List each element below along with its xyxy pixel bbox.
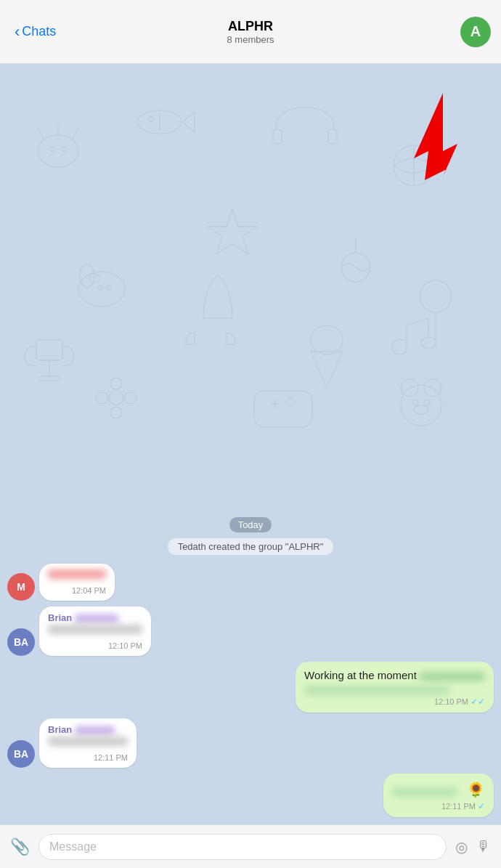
- sticker-icon[interactable]: ◎: [452, 835, 471, 859]
- bubble-text: Working at the moment: [304, 668, 485, 683]
- table-row: BA Brian 12:10 PM: [7, 607, 494, 656]
- chat-header: ‹ Chats ALPHR 8 members A: [0, 0, 501, 64]
- svg-point-40: [401, 379, 418, 397]
- bubble-text: [48, 737, 128, 752]
- mic-icon[interactable]: 🎙: [473, 835, 494, 858]
- svg-rect-11: [273, 129, 282, 144]
- red-arrow-annotation: [341, 86, 457, 183]
- system-message: Tedath created the group "ALPHR": [168, 538, 334, 555]
- back-label: Chats: [22, 24, 56, 39]
- chat-subtitle: 8 members: [227, 34, 274, 45]
- bubble-text: 🌻: [392, 779, 485, 800]
- message-input[interactable]: Message: [38, 834, 447, 860]
- avatar: BA: [7, 740, 35, 768]
- message-time: 12:10 PM: [434, 697, 468, 706]
- svg-point-5: [62, 147, 66, 152]
- message-bubble: Brian 12:10 PM: [39, 607, 151, 656]
- svg-point-31: [110, 378, 122, 389]
- svg-rect-35: [254, 391, 312, 427]
- avatar-letter: A: [471, 23, 481, 40]
- table-row: BA Brian 12:11 PM: [7, 718, 494, 768]
- svg-point-13: [78, 272, 125, 307]
- bubble-meta: 12:11 PM ✓: [392, 801, 485, 811]
- svg-point-43: [424, 399, 430, 405]
- svg-line-27: [407, 318, 428, 325]
- emoji: 🌻: [467, 782, 485, 798]
- message-bubble: 🌻 12:11 PM ✓: [383, 774, 494, 817]
- svg-point-30: [109, 391, 123, 405]
- avatar: M: [7, 573, 35, 601]
- svg-point-17: [107, 285, 111, 290]
- bubble-meta: 12:10 PM: [48, 641, 142, 650]
- message-bubble: Brian 12:11 PM: [39, 718, 137, 768]
- svg-point-15: [89, 274, 100, 283]
- svg-point-32: [125, 392, 137, 404]
- svg-point-44: [414, 405, 428, 414]
- message-time: 12:11 PM: [94, 753, 128, 762]
- sender-name: Brian: [48, 724, 128, 735]
- bubble-meta: 12:04 PM: [48, 586, 106, 595]
- svg-rect-12: [328, 129, 337, 144]
- group-avatar[interactable]: A: [460, 17, 491, 47]
- back-button[interactable]: ‹ Chats: [7, 15, 63, 49]
- svg-point-42: [412, 399, 418, 405]
- messages-container: Today Tedath created the group "ALPHR" M…: [0, 505, 501, 824]
- svg-point-18: [341, 253, 370, 282]
- svg-point-36: [286, 397, 295, 406]
- table-row: 🌻 12:11 PM ✓: [7, 774, 494, 817]
- read-receipt-icon: ✓✓: [471, 697, 485, 707]
- svg-point-7: [149, 117, 153, 121]
- bubble-meta: 12:10 PM ✓✓: [304, 697, 485, 707]
- attachment-icon[interactable]: 📎: [7, 835, 33, 859]
- sender-name: Brian: [48, 612, 142, 623]
- svg-point-34: [96, 392, 107, 404]
- message-bubble: 12:04 PM: [39, 564, 115, 601]
- date-divider: Today: [7, 518, 494, 531]
- read-receipt-icon: ✓: [478, 801, 485, 811]
- header-center[interactable]: ALPHR 8 members: [227, 19, 274, 45]
- svg-rect-25: [39, 376, 60, 381]
- avatar: BA: [7, 628, 35, 656]
- svg-point-41: [424, 379, 441, 397]
- input-right-icons: ◎ 🎙: [452, 835, 494, 859]
- svg-point-39: [401, 385, 441, 426]
- svg-rect-23: [36, 340, 62, 360]
- svg-point-0: [38, 135, 78, 167]
- svg-point-16: [98, 285, 102, 290]
- svg-point-20: [420, 280, 452, 312]
- svg-point-4: [50, 147, 54, 152]
- svg-marker-46: [414, 93, 457, 180]
- svg-line-1: [38, 128, 44, 139]
- message-time: 12:04 PM: [72, 586, 106, 595]
- svg-line-3: [73, 128, 78, 139]
- message-placeholder: Message: [49, 840, 97, 853]
- input-bar: 📎 Message ◎ 🎙: [0, 824, 501, 868]
- table-row: M 12:04 PM: [7, 564, 494, 601]
- table-row: Working at the moment 12:10 PM ✓✓: [7, 662, 494, 713]
- svg-point-33: [110, 407, 122, 418]
- back-chevron-icon: ‹: [15, 23, 20, 41]
- svg-point-9: [394, 145, 434, 186]
- message-time: 12:11 PM: [441, 802, 476, 811]
- message-time: 12:10 PM: [108, 641, 142, 650]
- bubble-meta: 12:11 PM: [48, 753, 128, 762]
- svg-point-26: [311, 325, 343, 354]
- svg-marker-22: [208, 209, 257, 254]
- svg-point-6: [138, 110, 182, 134]
- chat-title: ALPHR: [227, 19, 274, 34]
- svg-point-29: [421, 337, 436, 349]
- bubble-text: [48, 569, 106, 585]
- svg-point-14: [80, 264, 94, 288]
- chat-area: Today Tedath created the group "ALPHR" M…: [0, 64, 501, 824]
- bubble-text: [48, 625, 142, 640]
- message-bubble: Working at the moment 12:10 PM ✓✓: [296, 662, 494, 713]
